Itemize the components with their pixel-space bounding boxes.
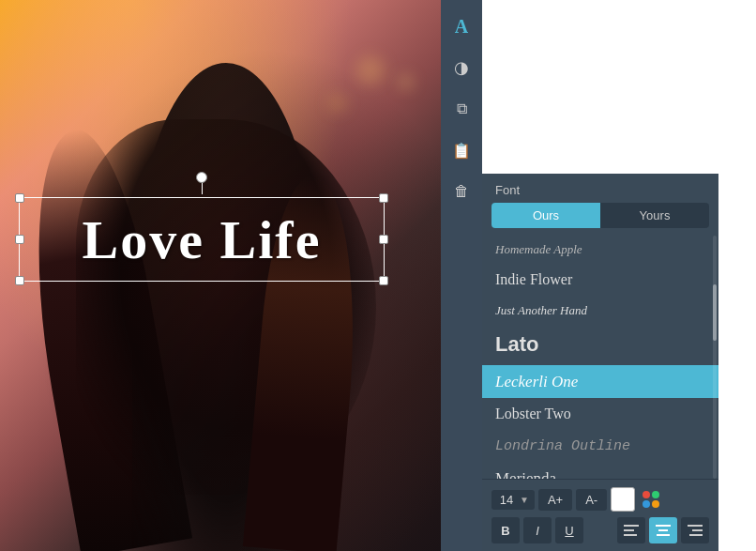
text-icon: A <box>455 16 468 38</box>
font-size-dropdown-arrow[interactable]: ▼ <box>520 495 529 505</box>
tab-yours[interactable]: Yours <box>600 203 709 228</box>
bokeh-1 <box>356 56 385 84</box>
contrast-tool-button[interactable]: ◑ <box>445 51 478 84</box>
clipboard-icon: 📋 <box>452 142 471 160</box>
svg-rect-7 <box>656 525 671 527</box>
font-item-just-another-hand[interactable]: Just Another Hand <box>482 297 718 325</box>
svg-point-1 <box>652 491 659 498</box>
palette-icon <box>641 489 661 510</box>
scrollbar[interactable] <box>713 236 717 479</box>
font-item-lato[interactable]: Lato <box>482 325 718 365</box>
handle-bottom-right[interactable] <box>379 276 388 285</box>
bokeh-2 <box>328 94 347 113</box>
font-item-merienda[interactable]: Merienda <box>482 462 718 479</box>
color-palette-button[interactable] <box>639 487 663 512</box>
color-swatch[interactable] <box>611 487 635 512</box>
font-tabs: Ours Yours <box>491 203 709 228</box>
layers-icon: ⧉ <box>457 100 467 117</box>
handle-top-right[interactable] <box>379 193 388 203</box>
svg-point-2 <box>643 500 650 508</box>
align-left-icon <box>624 525 639 536</box>
tab-ours[interactable]: Ours <box>491 203 600 228</box>
align-center-icon <box>656 525 671 536</box>
svg-rect-5 <box>624 529 634 531</box>
right-panel: A ◑ ⧉ 📋 🗑 Font Ours <box>441 0 756 551</box>
font-panel: Font Ours Yours Homemade Apple Indie Flo… <box>482 0 718 551</box>
format-row: B I U <box>491 517 709 543</box>
bokeh-3 <box>399 75 413 89</box>
svg-rect-4 <box>624 525 639 527</box>
align-center-button[interactable] <box>649 517 677 543</box>
svg-rect-6 <box>624 534 637 536</box>
font-size-value: 14 <box>497 493 516 507</box>
handle-middle-left[interactable] <box>15 235 24 244</box>
underline-button[interactable]: U <box>555 517 583 543</box>
svg-rect-8 <box>658 529 668 531</box>
font-size-increase-button[interactable]: A+ <box>538 489 572 511</box>
love-life-text[interactable]: Love Life <box>83 208 322 271</box>
font-panel-content: Font Ours Yours Homemade Apple Indie Flo… <box>482 174 718 551</box>
font-size-input-wrap[interactable]: 14 ▼ <box>491 490 535 510</box>
font-item-londrina-outline[interactable]: Londrina Outline <box>482 431 718 462</box>
font-item-lobster-two[interactable]: Lobster Two <box>482 398 718 430</box>
trash-icon: 🗑 <box>454 183 469 200</box>
text-tool-button[interactable]: A <box>445 9 478 43</box>
canvas-background: Love Life <box>0 0 441 551</box>
svg-rect-11 <box>692 529 703 531</box>
contrast-icon: ◑ <box>454 57 469 78</box>
scrollbar-thumb[interactable] <box>713 284 717 341</box>
svg-point-3 <box>652 500 659 508</box>
font-panel-header: Font <box>482 174 718 203</box>
bold-button[interactable]: B <box>491 517 520 543</box>
trash-tool-button[interactable]: 🗑 <box>445 175 478 208</box>
svg-rect-9 <box>657 534 670 536</box>
svg-rect-12 <box>689 534 703 536</box>
main-container: Love Life A ◑ ⧉ 📋 🗑 <box>0 0 756 551</box>
font-item-homemade-apple[interactable]: Homemade Apple <box>482 236 718 264</box>
font-list[interactable]: Homemade Apple Indie Flower Just Another… <box>482 236 718 479</box>
font-panel-top-blank <box>482 0 718 174</box>
font-size-decrease-button[interactable]: A- <box>576 489 607 511</box>
align-right-button[interactable] <box>681 517 709 543</box>
handle-middle-right[interactable] <box>379 235 388 244</box>
svg-rect-10 <box>688 525 703 527</box>
align-left-button[interactable] <box>617 517 645 543</box>
layers-tool-button[interactable]: ⧉ <box>445 92 478 126</box>
font-item-leckerli-one[interactable]: Leckerli One <box>482 365 718 399</box>
handle-top-left[interactable] <box>15 193 24 203</box>
align-right-icon <box>688 525 703 536</box>
font-list-inner: Homemade Apple Indie Flower Just Another… <box>482 236 718 479</box>
handle-bottom-left[interactable] <box>15 276 24 285</box>
font-item-indie-flower[interactable]: Indie Flower <box>482 264 718 296</box>
font-controls-bottom: 14 ▼ A+ A- <box>482 479 718 551</box>
rotate-handle[interactable] <box>196 172 207 183</box>
vertical-toolbar: A ◑ ⧉ 📋 🗑 <box>441 0 482 551</box>
text-element-container[interactable]: Love Life <box>19 197 385 282</box>
italic-button[interactable]: I <box>523 517 552 543</box>
svg-point-0 <box>643 491 650 498</box>
clipboard-tool-button[interactable]: 📋 <box>445 133 478 167</box>
font-size-row: 14 ▼ A+ A- <box>491 487 709 512</box>
canvas-area[interactable]: Love Life <box>0 0 441 551</box>
